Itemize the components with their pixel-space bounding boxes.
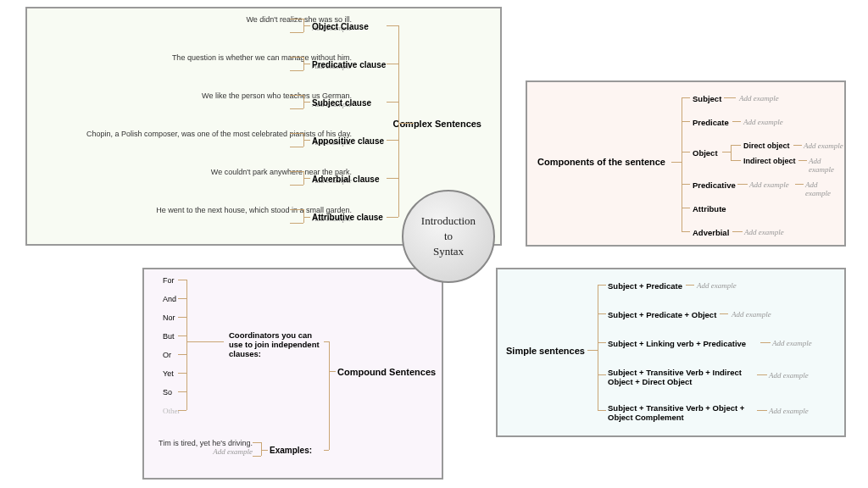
examples-label: Examples:	[270, 446, 312, 455]
panel-compound: Compound Sentences Coordinators you can …	[142, 268, 443, 480]
add-example-link[interactable]: Add example	[743, 118, 783, 126]
node-subject[interactable]: Subject	[693, 94, 721, 103]
add-example-link[interactable]: Add example	[772, 339, 812, 347]
coord-item[interactable]: For	[163, 276, 175, 285]
node-object[interactable]: Object	[693, 148, 718, 158]
center-topic: Introduction to Syntax	[402, 190, 495, 283]
node-subject-clause[interactable]: Subject clause	[312, 98, 371, 108]
coordinators-label: Coordinators you can use to join indepen…	[229, 330, 326, 358]
add-example-link[interactable]: Add example	[769, 407, 809, 415]
add-example-link[interactable]: Add example	[805, 180, 844, 197]
node-object-clause[interactable]: Object Clause	[312, 22, 369, 31]
add-example-link[interactable]: Add example	[804, 141, 843, 150]
coord-item[interactable]: Nor	[163, 313, 175, 322]
panel-simple: Simple sentences Subject + PredicateAdd …	[496, 268, 846, 437]
add-example-link[interactable]: Add example	[732, 310, 771, 319]
simple-title: Simple sentences	[506, 346, 585, 356]
coord-item[interactable]: And	[163, 295, 176, 303]
complex-title: Complex Sentences	[392, 119, 481, 129]
node-attribute[interactable]: Attribute	[693, 204, 726, 214]
coord-other[interactable]: Other	[163, 407, 181, 415]
add-example-link[interactable]: Add example	[697, 281, 737, 290]
pattern-node[interactable]: Subject + Transitive Verb + Object + Obj…	[608, 403, 756, 422]
compound-example: Tim is tired, yet he's driving.	[159, 439, 253, 447]
node-indirect-object[interactable]: Indirect object	[743, 157, 796, 165]
center-label: Introduction to Syntax	[421, 214, 476, 260]
add-example-link[interactable]: Add example	[749, 180, 789, 189]
pattern-node[interactable]: Subject + Transitive Verb + Indirect Obj…	[608, 368, 756, 386]
panel-components: Components of the sentence Subject Add e…	[526, 80, 846, 247]
coord-item[interactable]: So	[163, 388, 172, 396]
node-predicative[interactable]: Predicative	[693, 180, 736, 190]
coord-item[interactable]: But	[163, 332, 175, 341]
add-example-link[interactable]: Add example	[809, 157, 844, 174]
node-appositive-clause[interactable]: Appositive clause	[312, 136, 384, 146]
node-predicative-clause[interactable]: Predicative clause	[312, 60, 386, 69]
node-predicate[interactable]: Predicate	[693, 118, 729, 127]
add-example-link[interactable]: Add example	[744, 228, 784, 236]
add-example-link[interactable]: Add example	[769, 371, 809, 380]
pattern-node[interactable]: Subject + Linking verb + Predicative	[608, 339, 756, 348]
coord-item[interactable]: Or	[163, 351, 171, 359]
node-direct-object[interactable]: Direct object	[743, 141, 790, 150]
add-example-link[interactable]: Add example	[213, 447, 253, 456]
node-adverbial[interactable]: Adverbial	[693, 228, 729, 237]
node-attributive-clause[interactable]: Attributive clause	[312, 213, 383, 222]
compound-title: Compound Sentences	[337, 367, 436, 377]
add-example-link[interactable]: Add example	[739, 94, 779, 103]
node-adverbial-clause[interactable]: Adverbial clause	[312, 175, 379, 184]
coord-item[interactable]: Yet	[163, 369, 174, 378]
components-title: Components of the sentence	[537, 157, 665, 167]
